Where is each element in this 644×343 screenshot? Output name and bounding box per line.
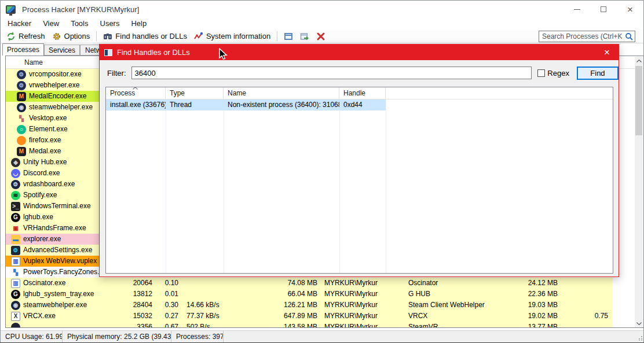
scrollbar-thumb[interactable]: [635, 66, 642, 135]
column-header-type[interactable]: Type: [166, 87, 224, 99]
process-row[interactable]: X VRCX.exe 15032 0.27 77.37 kB/s 647.89 …: [6, 311, 613, 322]
process-name: steamwebhelper.exe: [29, 102, 93, 113]
private-bytes-cell: 66.04 MB: [243, 289, 319, 300]
column-header-handle[interactable]: Handle: [339, 87, 386, 99]
chevron-down-icon: [636, 322, 642, 325]
user-name-cell: MYRKUR\Myrkur: [319, 311, 405, 322]
dialog-close-button[interactable]: ×: [595, 45, 619, 60]
process-icon: ⚙: [11, 180, 20, 189]
memory-cell: 13.77 MB: [504, 322, 559, 328]
column-divider: [224, 87, 224, 273]
scroll-down-button[interactable]: [635, 319, 643, 328]
menu-item[interactable]: Tools: [65, 18, 94, 29]
scroll-up-button[interactable]: [635, 57, 643, 65]
process-row[interactable]: ◉ steamwebhelper.exe 28404 0.30 14.66 kB…: [6, 300, 613, 311]
private-bytes-cell: 74.08 MB: [243, 278, 319, 289]
process-name: lghub_system_tray.exe: [23, 289, 94, 300]
maximize-icon: [601, 6, 606, 12]
user-name-cell: MYRKUR\Myrkur: [319, 322, 405, 328]
refresh-button[interactable]: Refresh: [3, 31, 49, 42]
results-header: Process Type Name Handle: [106, 87, 613, 99]
resize-grip[interactable]: [638, 336, 642, 341]
search-input[interactable]: [539, 31, 635, 42]
process-name-cell: ▥ Oscinator.exe: [6, 278, 104, 289]
always-on-top-button[interactable]: [280, 31, 297, 42]
process-icon: [11, 323, 20, 329]
memory-cell: 19.02 MB: [504, 311, 559, 322]
refresh-label: Refresh: [19, 32, 45, 40]
close-button[interactable]: ×: [617, 1, 643, 18]
process-name-cell: X VRCX.exe: [6, 311, 104, 322]
sort-ascending-icon: [133, 87, 138, 90]
description-cell: SteamVR: [405, 322, 504, 328]
vertical-scrollbar[interactable]: [635, 57, 643, 328]
dialog-title: Find Handles or DLLs: [117, 48, 190, 57]
menu-item[interactable]: Hacker: [2, 18, 37, 29]
dialog-titlebar[interactable]: Find Handles or DLLs ×: [100, 45, 619, 60]
process-name-cell: M Medal.exe: [6, 146, 104, 157]
process-name-cell: ◡ Discord.exe: [6, 168, 104, 179]
process-icon: ◉: [17, 103, 26, 112]
process-name-cell: ◉ steamwebhelper.exe: [6, 300, 104, 311]
process-icon: ▥: [11, 279, 20, 288]
column-header-name[interactable]: Name: [224, 87, 339, 99]
process-name-cell: ◉ steamwebhelper.exe: [6, 102, 104, 113]
process-hacker-app-icon: [6, 5, 16, 14]
process-icon: M: [17, 92, 26, 101]
extra-cell: 0.75: [559, 311, 613, 322]
open-window-button[interactable]: [297, 31, 313, 42]
extra-cell: [559, 289, 613, 300]
process-icon: M: [17, 147, 26, 156]
process-name: steamwebhelper.exe: [23, 300, 87, 311]
process-name: vrcompositor.exe: [29, 69, 82, 80]
options-button[interactable]: Options: [49, 31, 94, 42]
result-handle-cell: 0xd44: [339, 99, 386, 110]
filter-row: Filter: Regex Find: [100, 60, 619, 86]
regex-checkbox[interactable]: [537, 69, 545, 77]
column-divider: [166, 87, 166, 273]
process-name: Medal.exe: [29, 146, 61, 157]
process-name-cell: ≋ Spotify.exe: [6, 190, 104, 201]
system-information-button[interactable]: System information: [191, 31, 274, 42]
extra-cell: [559, 278, 613, 289]
column-header-process[interactable]: Process: [106, 87, 166, 99]
memory-cell: 24.12 MB: [504, 278, 559, 289]
menu-item[interactable]: Help: [125, 18, 152, 29]
process-name-cell: [6, 322, 104, 328]
minimize-button[interactable]: [564, 1, 590, 18]
process-row[interactable]: 3356 0.67 502 B/s 143.58 MB MYRKUR\Myrku…: [6, 322, 613, 328]
tab-services[interactable]: Services: [44, 45, 80, 56]
process-name: lghub.exe: [23, 212, 53, 223]
chevron-up-icon: [636, 60, 642, 62]
result-row[interactable]: install.exe (33676) Thread Non-existent …: [106, 99, 613, 110]
menu-item[interactable]: View: [37, 18, 65, 29]
find-button[interactable]: Find: [577, 67, 619, 80]
process-icon: ⚙: [17, 81, 26, 90]
find-handles-button[interactable]: Find handles or DLLs: [100, 31, 191, 42]
user-name-cell: MYRKUR\Myrkur: [319, 289, 405, 300]
filter-input[interactable]: [131, 67, 532, 79]
io-rate-cell: 502 B/s: [180, 322, 243, 328]
maximize-button[interactable]: [590, 1, 617, 18]
tab-processes[interactable]: Processes: [2, 43, 44, 56]
process-name: Vuplex WebView.vuplex: [23, 256, 97, 267]
close-view-button[interactable]: [313, 31, 329, 42]
toolbar-separator: [277, 31, 277, 41]
user-name-cell: MYRKUR\Myrkur: [319, 300, 405, 311]
user-name-cell: MYRKUR\Myrkur: [319, 278, 405, 289]
process-name: vrwebhelper.exe: [29, 80, 79, 91]
result-process-cell: install.exe (33676): [106, 99, 166, 110]
menubar: HackerViewToolsUsersHelp: [1, 18, 643, 29]
process-row[interactable]: G lghub_system_tray.exe 13812 0.01 66.04…: [6, 289, 613, 300]
description-cell: VRCX: [405, 311, 504, 322]
process-hacker-window: Process Hacker [MYRKUR\Myrkur] × HackerV…: [0, 0, 644, 343]
process-icon: ▣: [11, 224, 20, 233]
menu-item[interactable]: Users: [94, 18, 126, 29]
process-icon: [17, 136, 26, 145]
process-name-cell: firefox.exe: [6, 135, 104, 146]
process-name: vrdashboard.exe: [23, 179, 75, 190]
result-type-cell: Thread: [166, 99, 224, 110]
titlebar: Process Hacker [MYRKUR\Myrkur] ×: [1, 1, 643, 18]
process-row[interactable]: ▥ Oscinator.exe 20064 0.10 74.08 MB MYRK…: [6, 278, 613, 289]
search-icon[interactable]: [625, 32, 633, 40]
